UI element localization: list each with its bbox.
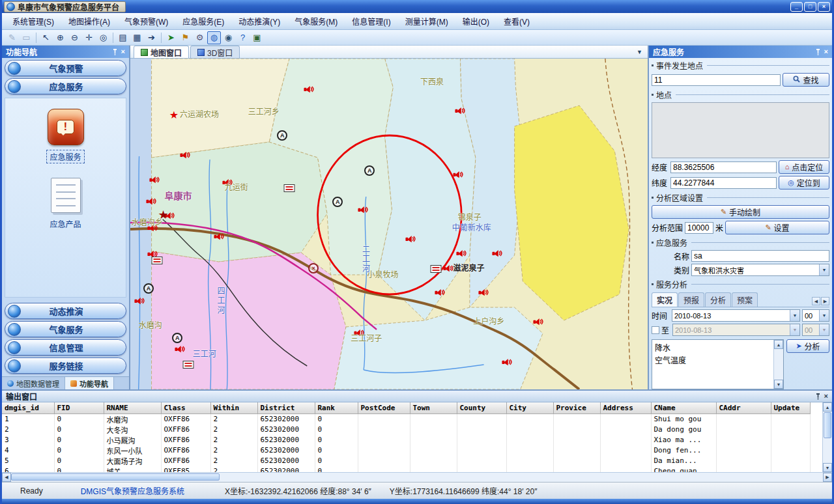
- column-header[interactable]: PostCode: [358, 402, 410, 413]
- speaker-marker[interactable]: [146, 197, 156, 206]
- nav-button-dynamic-deduction[interactable]: 动态推演: [5, 303, 126, 319]
- settings-gear-icon[interactable]: ⚙: [193, 31, 207, 44]
- minimize-button[interactable]: _: [790, 2, 803, 12]
- speaker-marker[interactable]: [435, 288, 445, 297]
- place-result-box[interactable]: [652, 102, 829, 158]
- column-header[interactable]: County: [457, 402, 506, 413]
- to-checkbox[interactable]: [652, 326, 659, 334]
- speaker-marker[interactable]: [455, 107, 465, 115]
- speaker-marker[interactable]: [358, 206, 368, 214]
- column-header[interactable]: Within: [210, 402, 257, 413]
- speaker-marker[interactable]: [134, 297, 145, 305]
- speaker-marker[interactable]: [492, 249, 502, 258]
- service-name-input[interactable]: [691, 250, 829, 262]
- column-header[interactable]: FID: [54, 402, 104, 413]
- export-icon[interactable]: ➔: [145, 31, 158, 44]
- tab-scroll-left-icon[interactable]: ◀: [812, 297, 820, 305]
- list-item[interactable]: 降水: [654, 341, 771, 354]
- column-header[interactable]: Town: [410, 402, 457, 413]
- speaker-marker[interactable]: [453, 171, 463, 179]
- table-row[interactable]: 10水磨沟OXFF8626523020000Shui mo gou: [2, 413, 810, 425]
- latitude-input[interactable]: [670, 177, 777, 189]
- symbol-a-marker[interactable]: A: [364, 165, 375, 176]
- analyze-button[interactable]: ➤ 分析: [786, 339, 829, 353]
- column-header[interactable]: dmgis_id: [2, 402, 54, 413]
- hour-dropdown[interactable]: 00 ▼: [802, 309, 829, 322]
- table-row[interactable]: 40东风一小队OXFF8626523020000Dong fen...: [2, 445, 810, 456]
- output-horizontal-scrollbar[interactable]: ◀ ▶: [2, 472, 832, 482]
- column-header[interactable]: CName: [651, 402, 716, 413]
- speaker-marker[interactable]: [149, 176, 160, 184]
- tab-3d-window[interactable]: 3D窗口: [190, 46, 240, 58]
- star-marker[interactable]: ★: [169, 110, 179, 120]
- tab-map-data-management[interactable]: 地图数据管理: [2, 377, 65, 389]
- menu-item[interactable]: 测量计算(M): [399, 13, 455, 29]
- scroll-left-icon[interactable]: ◀: [2, 473, 11, 482]
- tab-analysis[interactable]: 分析: [705, 292, 731, 307]
- export-map-icon[interactable]: ▣: [250, 31, 264, 44]
- column-header[interactable]: Provice: [553, 402, 600, 413]
- column-header[interactable]: CAddr: [716, 402, 771, 413]
- chevron-down-icon[interactable]: ▼: [819, 264, 829, 275]
- scroll-right-icon[interactable]: ▶: [823, 473, 832, 482]
- chevron-down-icon[interactable]: ▼: [819, 324, 829, 335]
- speaker-marker[interactable]: [443, 264, 453, 273]
- map-canvas[interactable]: ★★AAAAA×六运湖农场三工河乡下西泉阜康市九运街锦泉子中葡新水库滋泥泉子小泉…: [130, 59, 648, 389]
- menu-item[interactable]: 应急服务(E): [176, 13, 231, 29]
- speaker-marker[interactable]: [175, 345, 185, 354]
- symbol-a-marker[interactable]: A: [332, 197, 343, 207]
- speaker-marker[interactable]: [214, 232, 224, 241]
- hour-to-dropdown[interactable]: 00 ▼: [802, 324, 829, 336]
- station-marker[interactable]: [182, 361, 194, 369]
- tab-live[interactable]: 实况: [652, 292, 678, 307]
- print-icon[interactable]: ▤: [116, 31, 130, 44]
- speaker-marker[interactable]: [456, 249, 467, 258]
- nav-button-service-links[interactable]: 服务链接: [5, 357, 126, 374]
- zoom-out-icon[interactable]: ⊖: [68, 31, 81, 44]
- menu-item[interactable]: 查看(V): [497, 13, 536, 29]
- speaker-marker[interactable]: [180, 151, 190, 160]
- range-set-button[interactable]: ✎ 设置: [725, 221, 829, 234]
- list-item[interactable]: 空气温度: [654, 354, 771, 366]
- column-header[interactable]: Class: [161, 402, 210, 413]
- date-to-dropdown[interactable]: 2010-08-13 ▼: [672, 324, 800, 336]
- column-header[interactable]: Update: [771, 402, 810, 413]
- longitude-input[interactable]: [670, 161, 777, 173]
- emergency-product-label[interactable]: 应急产品: [47, 217, 83, 230]
- scrollbar-thumb[interactable]: [824, 412, 831, 438]
- nav-button-info-management[interactable]: 信息管理: [5, 339, 126, 356]
- output-vertical-scrollbar[interactable]: ▲ ▼: [822, 402, 832, 472]
- help-icon[interactable]: ?: [236, 31, 250, 44]
- close-button[interactable]: ×: [818, 2, 830, 12]
- column-header[interactable]: Address: [600, 402, 651, 413]
- nav-button-emergency-service[interactable]: 应急服务: [5, 78, 126, 94]
- pin-icon[interactable]: [112, 49, 118, 55]
- table-row[interactable]: 20大冬沟OXFF8626523020000Da dong gou: [2, 425, 810, 435]
- save-image-icon[interactable]: ▦: [130, 31, 144, 44]
- tab-scroll-right-icon[interactable]: ▶: [821, 297, 829, 305]
- menu-item[interactable]: 动态推演(Y): [232, 13, 287, 29]
- symbol-a-marker[interactable]: A: [172, 333, 182, 343]
- select-rect-icon[interactable]: ▭: [20, 31, 33, 44]
- speaker-marker[interactable]: [502, 358, 512, 367]
- speaker-marker[interactable]: [478, 288, 489, 297]
- emergency-service-label[interactable]: 应急服务: [46, 150, 84, 163]
- speaker-marker[interactable]: [304, 85, 314, 94]
- eye-icon[interactable]: ◉: [222, 31, 235, 44]
- element-listbox[interactable]: 降水空气温度 ▲ ▼: [652, 339, 784, 389]
- station-marker[interactable]: [431, 265, 442, 273]
- window-list-dropdown-icon[interactable]: ▼: [637, 49, 642, 55]
- flag-marker-icon[interactable]: ⚑: [179, 31, 192, 44]
- nav-button-weather-warning[interactable]: 气象预警: [5, 60, 126, 76]
- scroll-up-icon[interactable]: ▲: [774, 340, 783, 349]
- column-header[interactable]: District: [257, 402, 315, 413]
- scroll-down-icon[interactable]: ▼: [823, 463, 832, 472]
- close-panel-icon[interactable]: ×: [121, 48, 125, 55]
- chevron-down-icon[interactable]: ▼: [819, 310, 829, 321]
- column-header[interactable]: Rank: [315, 402, 358, 413]
- emergency-globe-icon[interactable]: ◍: [207, 31, 221, 44]
- table-row[interactable]: 50大面场子沟OXFF8626523020000Da mian...: [2, 456, 810, 466]
- menu-item[interactable]: 气象服务(M): [288, 13, 344, 29]
- full-extent-icon[interactable]: ◎: [96, 31, 110, 44]
- range-input[interactable]: [685, 222, 713, 234]
